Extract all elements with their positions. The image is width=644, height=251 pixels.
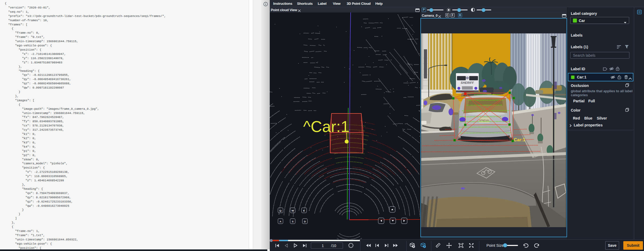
svg-text:Car:1: Car:1 bbox=[514, 137, 525, 142]
svg-text:SHERIFF: SHERIFF bbox=[461, 81, 474, 84]
svg-text:^Car:1: ^Car:1 bbox=[303, 118, 350, 135]
svg-text:Q: Q bbox=[280, 209, 281, 212]
svg-text:A: A bbox=[280, 220, 281, 223]
svg-text:S: S bbox=[292, 220, 293, 223]
svg-text:E: E bbox=[303, 209, 305, 212]
svg-text:D: D bbox=[304, 220, 306, 223]
svg-text:W: W bbox=[291, 209, 294, 212]
